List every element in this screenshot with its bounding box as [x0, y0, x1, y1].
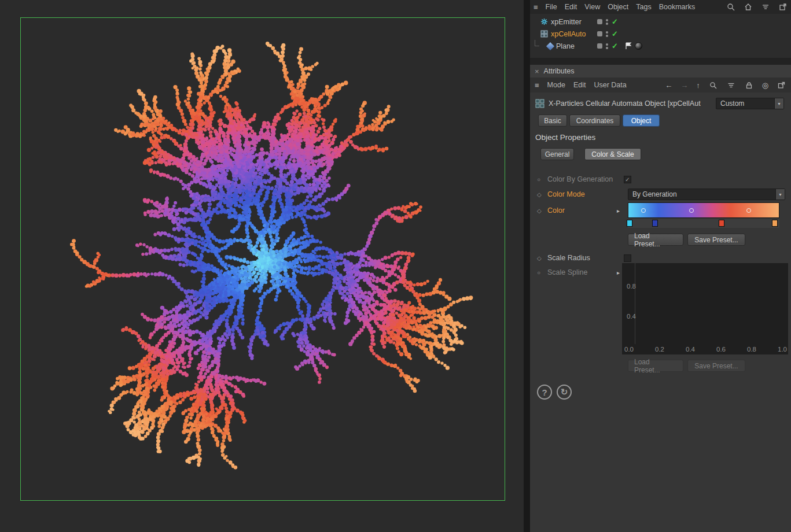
emitter-icon	[540, 18, 548, 25]
menu-tags[interactable]: Tags	[636, 3, 651, 11]
close-icon[interactable]: ×	[535, 67, 539, 76]
plane-icon	[546, 42, 554, 50]
panel-gap	[530, 58, 791, 65]
attributes-panel-header: × Attributes	[530, 65, 791, 77]
object-row-xpcellauto[interactable]: xpCellAuto ✓	[530, 28, 791, 40]
bullet-icon: ◇	[537, 255, 542, 261]
save-preset-button[interactable]: Save Preset...	[687, 234, 745, 246]
popout-icon[interactable]	[777, 80, 786, 90]
gradient-knot-strip[interactable]	[628, 219, 779, 228]
cellauto-object-icon	[535, 99, 544, 108]
subtab-general[interactable]: General	[540, 148, 574, 160]
reset-icon[interactable]: ↻	[557, 385, 572, 400]
expander-icon[interactable]: ▸	[617, 208, 620, 214]
scale-spline-graph[interactable]: 0.8 0.4 0.0 0.2 0.4 0.6 0.8 1.0	[622, 263, 788, 354]
object-label[interactable]: Plane	[556, 42, 575, 50]
gradient-knot[interactable]	[719, 220, 724, 227]
scale-radius-checkbox[interactable]	[624, 254, 631, 262]
back-icon[interactable]: ←	[665, 81, 672, 90]
row-color-by-generation: ○ Color By Generation ✓	[530, 173, 791, 185]
object-header-title: X-Particles Cellular Automata Object [xp…	[549, 99, 712, 108]
scale-spline-label: Scale Spline	[547, 268, 588, 276]
gradient-bias-handle[interactable]	[689, 208, 694, 213]
check-icon: ✓	[625, 176, 630, 183]
tab-coordinates[interactable]: Coordinates	[569, 114, 620, 127]
object-row-xpemitter[interactable]: xpEmitter ✓	[530, 16, 791, 28]
gradient-bias-handle[interactable]	[641, 208, 646, 213]
expander-icon[interactable]: ▸	[617, 269, 620, 276]
object-label[interactable]: xpCellAuto	[551, 30, 586, 38]
target-icon[interactable]: ◎	[762, 81, 768, 90]
filter-icon[interactable]	[726, 80, 736, 90]
tab-object[interactable]: Object	[623, 114, 660, 127]
object-label[interactable]: xpEmitter	[551, 18, 582, 26]
x-tick: 0.4	[686, 346, 695, 353]
menu-view[interactable]: View	[584, 3, 600, 11]
enabled-check-icon[interactable]: ✓	[612, 16, 618, 28]
texture-tag-icon[interactable]	[635, 40, 642, 52]
color-mode-dropdown[interactable]: By Generation ▼	[628, 189, 785, 200]
layer-toggle[interactable]	[597, 16, 602, 28]
menu-mode[interactable]: Mode	[547, 81, 565, 89]
hamburger-icon[interactable]: ≡	[535, 81, 539, 90]
color-gradient-bar[interactable]	[628, 203, 779, 217]
subtab-color-scale[interactable]: Color & Scale	[584, 148, 641, 160]
sub-tabs: General Color & Scale	[530, 148, 791, 162]
menu-edit[interactable]: Edit	[565, 3, 577, 11]
menu-edit[interactable]: Edit	[573, 81, 586, 89]
x-tick: 0.0	[624, 346, 634, 353]
panel-divider[interactable]	[524, 0, 530, 532]
attributes-menubar: ≡ Mode Edit User Data ← → ↑ ◎	[530, 77, 791, 93]
spline-x-ticks: 0.0 0.2 0.4 0.6 0.8 1.0	[624, 346, 787, 353]
hamburger-icon[interactable]: ≡	[534, 3, 538, 12]
object-row-plane[interactable]: Plane ✓	[530, 40, 791, 52]
gradient-bias-handle[interactable]	[746, 208, 751, 213]
color-mode-label: Color Mode	[547, 190, 585, 198]
y-tick: 0.4	[627, 313, 636, 320]
color-label: Color	[547, 206, 565, 215]
gradient-knot[interactable]	[772, 220, 778, 227]
tab-basic[interactable]: Basic	[538, 114, 567, 127]
x-tick: 1.0	[778, 346, 787, 353]
menu-bookmarks[interactable]: Bookmarks	[659, 3, 696, 11]
x-tick: 0.8	[747, 346, 756, 353]
color-by-generation-checkbox[interactable]: ✓	[624, 176, 631, 183]
enabled-check-icon[interactable]: ✓	[612, 40, 618, 52]
gradient-knot[interactable]	[652, 220, 658, 227]
enabled-check-icon[interactable]: ✓	[612, 28, 618, 40]
x-tick: 0.2	[655, 346, 664, 353]
object-manager-menubar: ≡ File Edit View Object Tags Bookmarks	[530, 0, 791, 14]
help-icon[interactable]: ?	[537, 385, 552, 400]
menu-user-data[interactable]: User Data	[594, 81, 626, 89]
lock-icon[interactable]	[744, 80, 754, 90]
menu-object[interactable]: Object	[608, 3, 628, 11]
render-safe-frame	[20, 17, 505, 501]
selection-tag-icon[interactable]	[625, 40, 632, 52]
popout-icon[interactable]	[778, 2, 788, 12]
filter-icon[interactable]	[760, 2, 770, 12]
search-icon[interactable]	[726, 2, 735, 12]
home-icon[interactable]	[743, 2, 753, 12]
preset-dropdown[interactable]: Custom ▼	[716, 98, 784, 109]
layer-toggle[interactable]	[597, 28, 602, 40]
spline-y-axis	[635, 263, 635, 344]
load-preset-button[interactable]: Load Preset...	[628, 234, 683, 246]
up-icon[interactable]: ↑	[696, 81, 700, 90]
section-title: Object Properties	[535, 133, 595, 142]
menu-file[interactable]: File	[546, 3, 557, 11]
attribute-tabs: Basic Coordinates Object	[530, 114, 791, 128]
visibility-dots[interactable]	[606, 16, 608, 28]
gradient-knot[interactable]	[627, 220, 632, 227]
attributes-title: Attributes	[544, 67, 575, 75]
forward-icon[interactable]: →	[680, 81, 688, 90]
color-mode-value: By Generation	[628, 190, 775, 198]
bullet-icon: ○	[537, 269, 540, 276]
search-icon[interactable]	[708, 80, 718, 90]
layer-toggle[interactable]	[597, 40, 602, 52]
visibility-dots[interactable]	[606, 40, 608, 52]
row-scale-radius: ◇ Scale Radius	[530, 252, 791, 264]
chevron-down-icon: ▼	[774, 98, 783, 109]
visibility-dots[interactable]	[606, 28, 608, 40]
color-gradient-wrap	[628, 202, 779, 218]
viewport-3d[interactable]	[0, 0, 524, 532]
